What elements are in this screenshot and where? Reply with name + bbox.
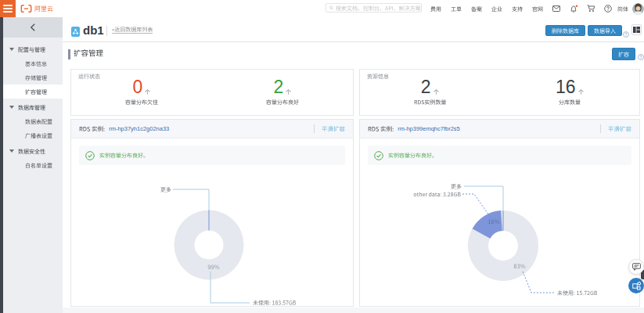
- divider: [63, 41, 644, 42]
- sidebar-collapse-button[interactable]: [3, 17, 63, 38]
- stat-unit: [145, 89, 150, 95]
- panels-icon: [632, 282, 641, 290]
- top-menu-support[interactable]: [507, 0, 527, 17]
- success-alert: [79, 146, 345, 165]
- stat-block: 16: [523, 78, 617, 105]
- sidebar-group-label: [18, 149, 45, 154]
- rds-instance-card: rm-hp399emqhc7fbr2s5: [359, 119, 640, 307]
- help-circle-button[interactable]: [623, 27, 629, 41]
- divider: [600, 124, 601, 133]
- rds-card-header: rm-hp399emqhc7fbr2s5: [360, 120, 639, 139]
- language-switcher[interactable]: [617, 0, 628, 17]
- search-icon: [329, 5, 333, 11]
- help-circle-icon: [623, 31, 629, 38]
- smooth-scale-out-link[interactable]: [600, 124, 631, 133]
- rds-instance-label: [79, 126, 105, 132]
- stat-value-row: 0: [133, 78, 151, 96]
- stat-value: 2: [421, 78, 431, 96]
- caret-down-icon: [9, 149, 14, 153]
- top-menu: [426, 0, 548, 17]
- alert-text: [99, 153, 149, 158]
- stat-label: [414, 99, 446, 105]
- mail-button[interactable]: [551, 0, 561, 17]
- rds-instance-card: rm-hp37yh1c2g02na33: [70, 119, 354, 307]
- bell-icon: [570, 5, 578, 13]
- section-accent-bar: [68, 49, 70, 59]
- smooth-scale-out-link[interactable]: [314, 124, 345, 133]
- layout-toggle-button[interactable]: [631, 24, 642, 35]
- check-circle-icon: [85, 151, 95, 160]
- chevron-left-icon: [30, 23, 36, 31]
- bottom-strip: [63, 308, 644, 313]
- data-import-button[interactable]: [588, 25, 622, 36]
- divider: [314, 124, 315, 133]
- top-menu-billing[interactable]: [426, 0, 446, 17]
- alert-text: [388, 153, 437, 158]
- stat-value-row: 2: [421, 78, 439, 96]
- stat-value-row: 16: [556, 78, 584, 96]
- help-button[interactable]: [603, 0, 613, 17]
- sidebar-item-scale-out[interactable]: [3, 85, 63, 99]
- sidebar-item-broadcast-table[interactable]: [3, 128, 63, 142]
- status-card: 2 16: [359, 69, 640, 116]
- hamburger-bar: [3, 11, 13, 13]
- hamburger-bar: [3, 8, 13, 9]
- feedback-button[interactable]: [628, 259, 644, 275]
- top-menu-label: [512, 6, 523, 12]
- sidebar-item-label: [25, 133, 52, 139]
- top-menu-website[interactable]: [527, 0, 548, 17]
- caret-down-icon: [9, 48, 14, 51]
- aliyun-logo[interactable]: [20, 3, 53, 14]
- rds-instance-id-link[interactable]: rm-hp37yh1c2g02na33: [109, 125, 169, 132]
- scale-out-button[interactable]: [612, 48, 635, 60]
- status-card: 0 2: [70, 69, 354, 116]
- sidebar-item-label: [25, 75, 47, 81]
- sidebar-item-whitelist[interactable]: [3, 158, 63, 172]
- search-input[interactable]: [326, 3, 422, 13]
- top-menu-label: [451, 6, 462, 12]
- stat-block: 0: [95, 78, 189, 105]
- back-to-database-list-link[interactable]: [112, 27, 153, 34]
- aliyun-logo-mark: [20, 4, 32, 13]
- delete-database-button[interactable]: [545, 25, 585, 36]
- check-circle-icon: [374, 151, 383, 160]
- layout-grid-icon: [633, 27, 640, 33]
- sidebar-group-database[interactable]: [3, 100, 63, 114]
- page-header: db1: [63, 17, 644, 41]
- stat-value: 16: [556, 78, 576, 96]
- stat-unit: [286, 89, 291, 95]
- sidebar-group-data-security[interactable]: [3, 144, 63, 158]
- sidebar-item-label: [25, 61, 47, 67]
- top-menu-tickets[interactable]: [446, 0, 466, 17]
- stat-value-row: 2: [274, 78, 292, 96]
- survey-button[interactable]: [628, 278, 644, 293]
- stat-unit: [434, 89, 439, 95]
- sidebar-group-config[interactable]: [3, 42, 63, 56]
- aliyun-logo-text: [34, 5, 53, 12]
- rds-instance-label: [368, 126, 394, 132]
- help-circle-button[interactable]: [638, 49, 644, 63]
- language-label: [617, 6, 628, 12]
- rds-instance-id-link[interactable]: rm-hp399emqhc7fbr2s5: [398, 125, 460, 132]
- sidebar-item-table-config[interactable]: [3, 114, 63, 128]
- smooth-scale-out-label: [608, 126, 631, 132]
- top-menu-label: [532, 6, 543, 12]
- sidebar-group-label: [18, 105, 45, 110]
- notifications-button[interactable]: [569, 0, 579, 17]
- sidebar-item-label: [25, 119, 52, 124]
- cart-button[interactable]: [586, 0, 596, 17]
- section-title: [74, 49, 103, 57]
- avatar[interactable]: [632, 3, 644, 15]
- sidebar-item-storage[interactable]: [3, 70, 63, 85]
- top-menu-enterprise[interactable]: [487, 0, 507, 17]
- capacity-donut-chart: [360, 167, 641, 311]
- database-icon: [71, 27, 80, 37]
- smooth-scale-out-label: [322, 126, 345, 132]
- sidebar-item-basic-info[interactable]: [3, 56, 63, 70]
- top-menu-icp[interactable]: [466, 0, 487, 17]
- hamburger-menu-button[interactable]: [0, 0, 16, 17]
- stat-block: 2: [383, 78, 477, 105]
- stat-label: [266, 99, 299, 105]
- page-title: db1: [83, 23, 104, 37]
- help-circle-icon: [638, 54, 644, 60]
